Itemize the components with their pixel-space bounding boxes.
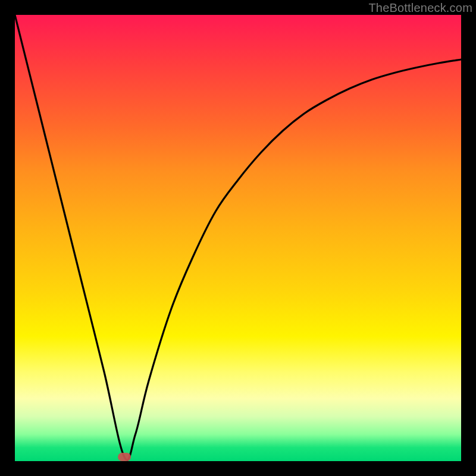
attribution-text: TheBottleneck.com (368, 1, 472, 15)
bottleneck-curve (15, 15, 461, 461)
optimal-point-marker (118, 453, 131, 461)
gradient-plot-area (15, 15, 461, 461)
curve-path (15, 15, 461, 460)
chart-frame: TheBottleneck.com (0, 0, 476, 476)
